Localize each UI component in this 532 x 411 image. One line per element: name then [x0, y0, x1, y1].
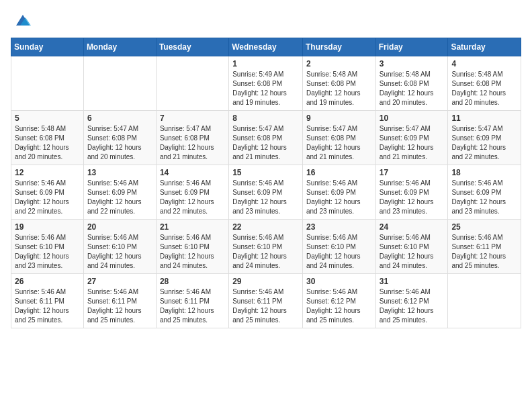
calendar-day-8: 8Sunrise: 5:47 AM Sunset: 6:08 PM Daylig…: [229, 111, 303, 165]
day-info: Sunrise: 5:46 AM Sunset: 6:11 PM Dayligh…: [160, 287, 225, 325]
day-number: 12: [15, 168, 80, 177]
calendar-day-3: 3Sunrise: 5:48 AM Sunset: 6:08 PM Daylig…: [375, 56, 448, 111]
day-number: 23: [306, 222, 372, 232]
calendar-header-sunday: Sunday: [11, 38, 84, 56]
day-info: Sunrise: 5:46 AM Sunset: 6:12 PM Dayligh…: [306, 287, 372, 325]
day-number: 27: [87, 277, 152, 286]
calendar-day-1: 1Sunrise: 5:49 AM Sunset: 6:08 PM Daylig…: [229, 56, 303, 111]
logo: [11, 11, 32, 30]
day-number: 2: [306, 59, 372, 68]
calendar-day-6: 6Sunrise: 5:47 AM Sunset: 6:08 PM Daylig…: [83, 111, 156, 165]
calendar-day-17: 17Sunrise: 5:46 AM Sunset: 6:09 PM Dayli…: [375, 165, 448, 220]
day-info: Sunrise: 5:46 AM Sunset: 6:09 PM Dayligh…: [380, 179, 445, 216]
day-info: Sunrise: 5:46 AM Sunset: 6:10 PM Dayligh…: [232, 233, 299, 271]
calendar-day-5: 5Sunrise: 5:48 AM Sunset: 6:08 PM Daylig…: [11, 111, 84, 165]
day-number: 19: [15, 222, 80, 232]
calendar-day-25: 25Sunrise: 5:46 AM Sunset: 6:11 PM Dayli…: [448, 220, 521, 274]
day-info: Sunrise: 5:47 AM Sunset: 6:09 PM Dayligh…: [380, 124, 445, 162]
day-number: 1: [232, 59, 299, 68]
calendar-day-28: 28Sunrise: 5:46 AM Sunset: 6:11 PM Dayli…: [156, 274, 228, 328]
day-number: 11: [451, 113, 517, 123]
calendar-header-thursday: Thursday: [302, 38, 375, 56]
day-number: 17: [380, 168, 445, 177]
calendar-day-29: 29Sunrise: 5:46 AM Sunset: 6:11 PM Dayli…: [229, 274, 303, 328]
calendar-day-21: 21Sunrise: 5:46 AM Sunset: 6:10 PM Dayli…: [156, 220, 228, 274]
calendar-day-30: 30Sunrise: 5:46 AM Sunset: 6:12 PM Dayli…: [302, 274, 375, 328]
calendar-empty-cell: [448, 274, 521, 328]
calendar-week-row: 5Sunrise: 5:48 AM Sunset: 6:08 PM Daylig…: [11, 111, 521, 165]
calendar-day-12: 12Sunrise: 5:46 AM Sunset: 6:09 PM Dayli…: [11, 165, 84, 220]
day-number: 28: [160, 277, 225, 286]
day-number: 7: [160, 113, 225, 123]
day-number: 14: [160, 168, 225, 177]
day-number: 22: [232, 222, 299, 232]
day-number: 6: [87, 113, 152, 123]
day-info: Sunrise: 5:46 AM Sunset: 6:11 PM Dayligh…: [15, 287, 80, 325]
day-number: 30: [306, 277, 372, 286]
calendar-header-wednesday: Wednesday: [229, 38, 303, 56]
day-number: 21: [160, 222, 225, 232]
day-number: 8: [232, 113, 299, 123]
day-number: 4: [451, 59, 517, 68]
day-number: 24: [380, 222, 445, 232]
calendar-day-13: 13Sunrise: 5:46 AM Sunset: 6:09 PM Dayli…: [83, 165, 156, 220]
calendar-day-20: 20Sunrise: 5:46 AM Sunset: 6:10 PM Dayli…: [83, 220, 156, 274]
day-info: Sunrise: 5:46 AM Sunset: 6:12 PM Dayligh…: [380, 287, 445, 325]
day-number: 5: [15, 113, 80, 123]
day-info: Sunrise: 5:47 AM Sunset: 6:08 PM Dayligh…: [87, 124, 152, 162]
calendar-header-row: SundayMondayTuesdayWednesdayThursdayFrid…: [11, 38, 521, 56]
calendar-week-row: 12Sunrise: 5:46 AM Sunset: 6:09 PM Dayli…: [11, 165, 521, 220]
calendar-empty-cell: [11, 56, 84, 111]
day-info: Sunrise: 5:47 AM Sunset: 6:09 PM Dayligh…: [451, 124, 517, 162]
day-info: Sunrise: 5:46 AM Sunset: 6:10 PM Dayligh…: [87, 233, 152, 271]
day-info: Sunrise: 5:46 AM Sunset: 6:10 PM Dayligh…: [160, 233, 225, 271]
day-info: Sunrise: 5:46 AM Sunset: 6:11 PM Dayligh…: [451, 233, 517, 271]
calendar-day-2: 2Sunrise: 5:48 AM Sunset: 6:08 PM Daylig…: [302, 56, 375, 111]
calendar-day-9: 9Sunrise: 5:47 AM Sunset: 6:08 PM Daylig…: [302, 111, 375, 165]
day-info: Sunrise: 5:46 AM Sunset: 6:09 PM Dayligh…: [15, 179, 80, 216]
calendar-empty-cell: [156, 56, 228, 111]
day-info: Sunrise: 5:46 AM Sunset: 6:11 PM Dayligh…: [87, 287, 152, 325]
logo-icon: [13, 11, 32, 30]
day-number: 31: [380, 277, 445, 286]
day-info: Sunrise: 5:46 AM Sunset: 6:09 PM Dayligh…: [451, 179, 517, 216]
calendar-day-27: 27Sunrise: 5:46 AM Sunset: 6:11 PM Dayli…: [83, 274, 156, 328]
calendar-day-10: 10Sunrise: 5:47 AM Sunset: 6:09 PM Dayli…: [375, 111, 448, 165]
day-info: Sunrise: 5:46 AM Sunset: 6:09 PM Dayligh…: [160, 179, 225, 216]
calendar-day-31: 31Sunrise: 5:46 AM Sunset: 6:12 PM Dayli…: [375, 274, 448, 328]
day-number: 18: [451, 168, 517, 177]
day-number: 13: [87, 168, 152, 177]
calendar-day-15: 15Sunrise: 5:46 AM Sunset: 6:09 PM Dayli…: [229, 165, 303, 220]
day-number: 10: [380, 113, 445, 123]
calendar-table: SundayMondayTuesdayWednesdayThursdayFrid…: [11, 38, 521, 328]
calendar-day-18: 18Sunrise: 5:46 AM Sunset: 6:09 PM Dayli…: [448, 165, 521, 220]
calendar-day-19: 19Sunrise: 5:46 AM Sunset: 6:10 PM Dayli…: [11, 220, 84, 274]
day-number: 26: [15, 277, 80, 286]
day-info: Sunrise: 5:46 AM Sunset: 6:10 PM Dayligh…: [306, 233, 372, 271]
day-info: Sunrise: 5:47 AM Sunset: 6:08 PM Dayligh…: [160, 124, 225, 162]
day-info: Sunrise: 5:46 AM Sunset: 6:09 PM Dayligh…: [87, 179, 152, 216]
calendar-day-7: 7Sunrise: 5:47 AM Sunset: 6:08 PM Daylig…: [156, 111, 228, 165]
day-number: 29: [232, 277, 299, 286]
day-number: 25: [451, 222, 517, 232]
day-info: Sunrise: 5:48 AM Sunset: 6:08 PM Dayligh…: [15, 124, 80, 162]
calendar-day-23: 23Sunrise: 5:46 AM Sunset: 6:10 PM Dayli…: [302, 220, 375, 274]
page-header: [11, 11, 521, 30]
day-info: Sunrise: 5:46 AM Sunset: 6:09 PM Dayligh…: [232, 179, 299, 216]
calendar-week-row: 1Sunrise: 5:49 AM Sunset: 6:08 PM Daylig…: [11, 56, 521, 111]
calendar-header-saturday: Saturday: [448, 38, 521, 56]
day-info: Sunrise: 5:48 AM Sunset: 6:08 PM Dayligh…: [306, 70, 372, 107]
day-number: 9: [306, 113, 372, 123]
calendar-day-16: 16Sunrise: 5:46 AM Sunset: 6:09 PM Dayli…: [302, 165, 375, 220]
day-number: 20: [87, 222, 152, 232]
calendar-header-tuesday: Tuesday: [156, 38, 228, 56]
day-info: Sunrise: 5:47 AM Sunset: 6:08 PM Dayligh…: [306, 124, 372, 162]
day-number: 3: [380, 59, 445, 68]
day-info: Sunrise: 5:48 AM Sunset: 6:08 PM Dayligh…: [380, 70, 445, 107]
calendar-day-24: 24Sunrise: 5:46 AM Sunset: 6:10 PM Dayli…: [375, 220, 448, 274]
calendar-empty-cell: [83, 56, 156, 111]
calendar-day-11: 11Sunrise: 5:47 AM Sunset: 6:09 PM Dayli…: [448, 111, 521, 165]
day-info: Sunrise: 5:46 AM Sunset: 6:10 PM Dayligh…: [380, 233, 445, 271]
calendar-week-row: 19Sunrise: 5:46 AM Sunset: 6:10 PM Dayli…: [11, 220, 521, 274]
calendar-day-22: 22Sunrise: 5:46 AM Sunset: 6:10 PM Dayli…: [229, 220, 303, 274]
